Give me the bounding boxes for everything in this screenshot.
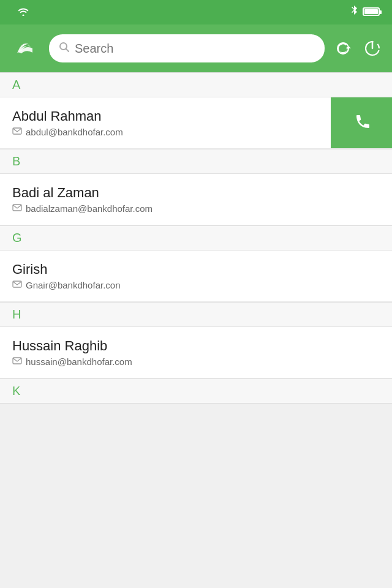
status-bar (0, 0, 392, 24)
contact-name: Girish (12, 262, 380, 277)
contact-name: Hussain Raghib (12, 338, 380, 354)
contact-item: Hussain Raghib hussain@bankdhofar.com (0, 327, 392, 379)
contact-email-row: hussain@bankdhofar.com (12, 356, 380, 367)
contact-email-row: Gnair@bankdhofar.con (12, 280, 380, 290)
status-left (12, 6, 29, 19)
contact-info[interactable]: Girish Gnair@bankdhofar.con (0, 251, 392, 301)
search-icon (59, 42, 70, 56)
status-right (350, 6, 380, 20)
contact-item: Girish Gnair@bankdhofar.con (0, 251, 392, 302)
call-button[interactable] (331, 97, 392, 148)
search-bar[interactable] (49, 34, 325, 62)
contact-info[interactable]: Abdul Rahman abdul@bankdhofar.com (0, 97, 331, 148)
section-header-k: K (0, 379, 392, 404)
section-header-b: B (0, 149, 392, 174)
bluetooth-icon (350, 6, 358, 20)
logo-icon (13, 36, 37, 59)
contact-name: Abdul Rahman (12, 108, 318, 124)
refresh-button[interactable] (332, 37, 354, 59)
email-icon (12, 357, 22, 366)
contact-item: Abdul Rahman abdul@bankdhofar.com (0, 97, 392, 149)
contact-info[interactable]: Badi al Zaman badialzaman@bankdhofar.com (0, 174, 392, 225)
contact-email-text: badialzaman@bankdhofar.com (26, 203, 153, 214)
contact-item: Badi al Zaman badialzaman@bankdhofar.com (0, 174, 392, 225)
wifi-icon (17, 6, 29, 19)
contact-email-row: abdul@bankdhofar.com (12, 127, 318, 137)
section-header-a: A (0, 72, 392, 97)
search-input[interactable] (75, 42, 315, 56)
contact-email-text: hussain@bankdhofar.com (26, 356, 132, 367)
logo (9, 36, 42, 61)
contact-email-row: badialzaman@bankdhofar.com (12, 203, 380, 214)
contact-list: AAbdul Rahman abdul@bankdhofar.com BBadi… (0, 72, 392, 404)
battery-icon (363, 6, 380, 19)
section-header-g: G (0, 225, 392, 251)
email-icon (12, 281, 22, 290)
contact-email-text: abdul@bankdhofar.com (26, 127, 123, 137)
contact-info[interactable]: Hussain Raghib hussain@bankdhofar.com (0, 327, 392, 378)
contact-email-text: Gnair@bankdhofar.con (26, 280, 121, 290)
section-header-h: H (0, 302, 392, 327)
email-icon (12, 204, 22, 213)
email-icon (12, 127, 22, 137)
svg-line-1 (66, 48, 69, 51)
power-button[interactable] (361, 37, 383, 59)
contact-name: Badi al Zaman (12, 185, 380, 201)
app-header (0, 24, 392, 72)
